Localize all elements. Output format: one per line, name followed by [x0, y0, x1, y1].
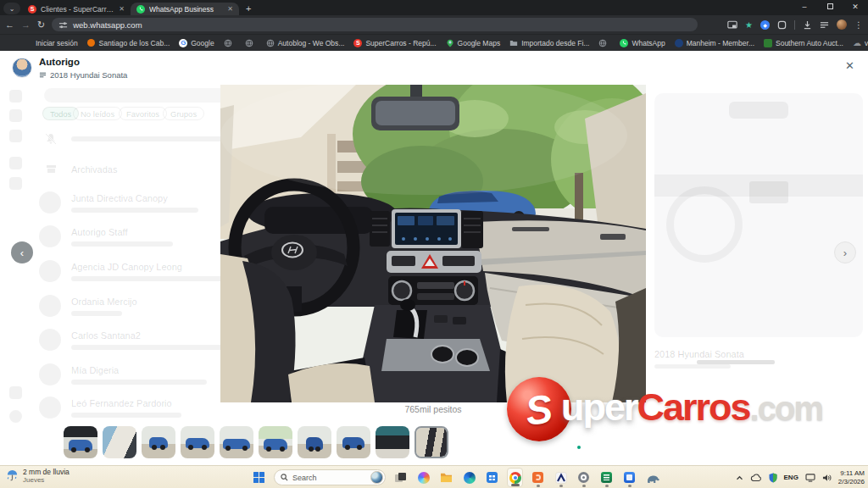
- bookmark-google-maps[interactable]: Google Maps: [446, 39, 501, 47]
- bookmark-southern-auto[interactable]: Southern Auto Auct...: [764, 39, 843, 47]
- maps-pin-icon: [446, 39, 454, 47]
- close-viewer-icon[interactable]: ✕: [845, 59, 854, 72]
- bookmark-globe-2[interactable]: [245, 39, 257, 47]
- menu-kebab-icon[interactable]: ⋮: [854, 20, 863, 30]
- time: 9:11 AM: [838, 469, 865, 478]
- tab-close-icon[interactable]: ✕: [227, 5, 233, 13]
- thumbnail[interactable]: [142, 426, 175, 458]
- chrome-button[interactable]: [507, 468, 523, 487]
- bookmark-supercarros[interactable]: S SuperCarros - Repú...: [353, 39, 436, 47]
- minimize-button[interactable]: –: [792, 0, 817, 14]
- bookmark-label: Autoblog - We Obs...: [278, 39, 345, 47]
- bookmark-google[interactable]: G Google: [179, 39, 214, 47]
- taskbar-dock: Search: [251, 466, 660, 488]
- onedrive-cloud-icon[interactable]: [750, 474, 762, 482]
- bookmark-iniciar-sesion[interactable]: Iniciar sesión: [24, 39, 78, 47]
- blue-app-button[interactable]: [621, 468, 637, 487]
- tab-whatsapp-business[interactable]: WhatsApp Business ✕: [131, 3, 239, 15]
- bookmark-label: WhatsApp: [632, 39, 665, 47]
- watermark-tagline-smudge: [697, 360, 775, 364]
- bookmark-label: Santiago de los Cab...: [99, 39, 170, 47]
- orange-app-icon: [532, 472, 543, 483]
- tab-close-icon[interactable]: ✕: [119, 5, 125, 13]
- weather-widget[interactable]: 2 mm de lluvia Jueves: [6, 468, 70, 484]
- ghost-chat-photo: [654, 93, 863, 337]
- url-text: web.whatsapp.com: [73, 20, 142, 30]
- reading-list-icon[interactable]: [820, 20, 829, 30]
- download-icon[interactable]: [803, 20, 812, 30]
- taskbar-search[interactable]: Search: [274, 469, 386, 485]
- maximize-button[interactable]: [817, 0, 843, 14]
- bookmark-santiago[interactable]: Santiago de los Cab...: [87, 39, 170, 47]
- bookmark-importado-folder[interactable]: Importado desde Fi...: [509, 39, 589, 47]
- bookmark-label: Google: [191, 39, 214, 47]
- orange-app-button[interactable]: [530, 468, 546, 487]
- new-tab-button[interactable]: +: [246, 3, 251, 14]
- microsoft-store-button[interactable]: [484, 468, 500, 487]
- thumbnail[interactable]: [298, 426, 331, 458]
- bookmark-star-icon[interactable]: ★: [745, 20, 753, 30]
- rain-umbrella-icon: [6, 469, 19, 482]
- green-app-button[interactable]: [598, 468, 615, 487]
- reload-button[interactable]: ↻: [37, 20, 45, 30]
- tray-chevron-icon[interactable]: [736, 475, 743, 480]
- next-photo-button[interactable]: ›: [834, 241, 856, 263]
- navy-peak-icon: [555, 472, 567, 484]
- thumbnail[interactable]: [103, 426, 136, 458]
- cast-icon[interactable]: [727, 20, 737, 30]
- bookmark-whatsapp[interactable]: WhatsApp: [620, 39, 665, 47]
- copilot-button[interactable]: [415, 468, 431, 487]
- start-button[interactable]: [251, 468, 267, 487]
- file-explorer-button[interactable]: [438, 468, 454, 487]
- manheim-icon: [675, 39, 683, 47]
- navy-app-button[interactable]: [553, 468, 569, 487]
- ghost-filter-chip: No leídos: [73, 107, 122, 120]
- extension-gem-icon[interactable]: ◆: [760, 20, 770, 30]
- pgadmin-button[interactable]: [644, 468, 660, 487]
- ring-app-button[interactable]: [576, 468, 592, 487]
- network-icon[interactable]: [805, 474, 815, 482]
- bookmark-manheim[interactable]: Manheim - Member...: [675, 39, 754, 47]
- microsoft-icon: [24, 39, 32, 47]
- bookmark-globe-3[interactable]: [598, 39, 610, 47]
- search-highlight-image[interactable]: [370, 471, 383, 484]
- southern-auto-icon: [764, 39, 772, 47]
- bookmark-label: Southern Auto Auct...: [776, 39, 843, 47]
- tab-title: Clientes - SuperCarros.com: [41, 5, 114, 14]
- browser-window: ⌄ S Clientes - SuperCarros.com ✕ WhatsAp…: [0, 0, 868, 488]
- sender-avatar[interactable]: [12, 58, 32, 78]
- bookmark-label: Manheim - Member...: [687, 39, 754, 47]
- volume-icon[interactable]: [822, 474, 832, 482]
- orange-site-icon: [87, 39, 95, 47]
- bookmark-autoblog[interactable]: Autoblog - We Obs...: [266, 39, 345, 47]
- profile-avatar[interactable]: [837, 19, 847, 30]
- bookmark-globe-1[interactable]: [224, 39, 236, 47]
- thumbnail[interactable]: [181, 426, 214, 458]
- edge-button[interactable]: [461, 468, 477, 487]
- close-window-button[interactable]: ✕: [843, 0, 868, 14]
- thumbnail[interactable]: [220, 426, 253, 458]
- clock[interactable]: 9:11 AM 2/3/2026: [838, 469, 865, 485]
- thumbnail[interactable]: [337, 426, 370, 458]
- sender-name: Autorigo: [39, 57, 80, 67]
- thumbnail[interactable]: [376, 426, 409, 458]
- forward-button[interactable]: →: [21, 20, 31, 30]
- thumbnail-selected[interactable]: [415, 426, 448, 458]
- ghost-archive-icon: [46, 164, 57, 175]
- thumbnail[interactable]: [64, 426, 97, 458]
- toolbar-actions: ★ ◆ ⋮: [727, 19, 863, 30]
- task-view-button[interactable]: [392, 468, 409, 487]
- previous-photo-button[interactable]: ‹: [11, 241, 33, 263]
- tab-clientes-supercarros[interactable]: S Clientes - SuperCarros.com ✕: [22, 3, 131, 15]
- bookmark-label: Iniciar sesión: [36, 39, 78, 47]
- tab-search-button[interactable]: ⌄: [3, 3, 20, 14]
- tab-title: WhatsApp Business: [149, 5, 223, 14]
- language-indicator[interactable]: ENG: [784, 474, 798, 481]
- bookmark-vafirma[interactable]: ☁ vafirma fortress: [853, 39, 868, 47]
- extensions-icon[interactable]: [777, 20, 787, 30]
- thumbnail[interactable]: [259, 426, 292, 458]
- security-shield-icon[interactable]: [769, 473, 777, 483]
- back-button[interactable]: ←: [5, 20, 14, 30]
- address-bar[interactable]: web.whatsapp.com: [52, 18, 698, 31]
- elephant-icon: [646, 472, 659, 484]
